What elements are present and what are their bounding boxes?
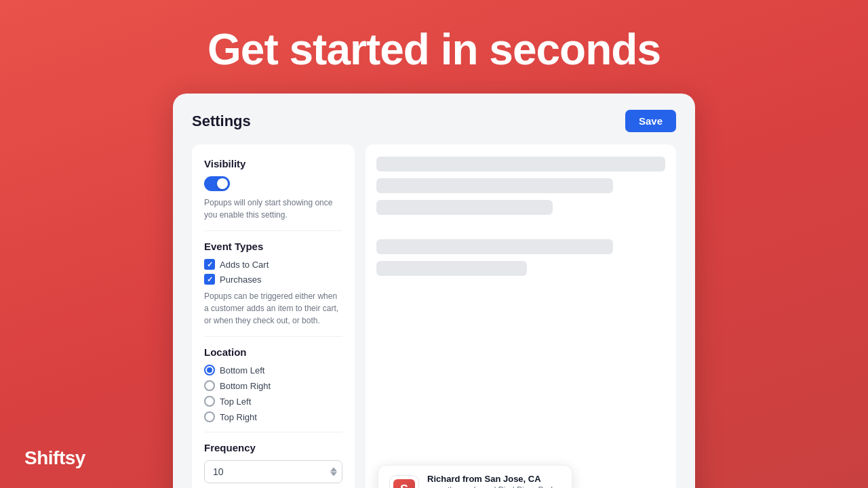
radio-bottom-left[interactable]: Bottom Left (204, 365, 342, 375)
top-left-label: Top Left (220, 396, 251, 407)
adds-to-cart-label: Adds to Cart (220, 260, 269, 270)
frequency-section: Frequency Shiftsy popups will show at mo… (204, 442, 342, 488)
radio-icon-bottom-left (204, 365, 215, 375)
settings-header: Settings Save (192, 110, 676, 132)
checkbox-icon-purchases (204, 274, 215, 285)
frequency-up-arrow[interactable] (330, 468, 337, 472)
radio-icon-bottom-right (204, 380, 215, 391)
event-types-section: Event Types Adds to Cart Purchases Popup… (204, 241, 342, 327)
event-types-description: Popups can be triggered either when a cu… (204, 290, 342, 327)
settings-card: Settings Save Visibility Popups will onl… (173, 94, 695, 488)
spacer-1 (376, 222, 665, 232)
skeleton-bar-4 (376, 239, 613, 254)
frequency-input[interactable] (204, 460, 342, 483)
purchases-label: Purchases (220, 274, 261, 285)
location-section: Location Bottom Left Bottom Right Top Le… (204, 346, 342, 422)
checkbox-icon-adds-to-cart (204, 259, 215, 270)
top-right-label: Top Right (220, 412, 257, 422)
popup-content: Richard from San Jose, CA recently purch… (427, 474, 561, 488)
bottom-left-label: Bottom Left (220, 365, 264, 375)
save-button[interactable]: Save (625, 110, 676, 132)
radio-top-left[interactable]: Top Left (204, 396, 342, 407)
skeleton-bar-1 (376, 157, 665, 171)
checkbox-adds-to-cart[interactable]: Adds to Cart (204, 259, 342, 270)
radio-icon-top-right (204, 411, 215, 422)
radio-bottom-right[interactable]: Bottom Right (204, 380, 342, 391)
popup-notification: S Richard from San Jose, CA recently pur… (378, 465, 572, 488)
visibility-section: Visibility Popups will only start showin… (204, 158, 342, 221)
divider-3 (204, 432, 342, 432)
bottom-right-label: Bottom Right (220, 381, 271, 391)
hero-title: Get started in seconds (208, 24, 660, 75)
radio-top-right[interactable]: Top Right (204, 411, 342, 422)
frequency-spinners (330, 468, 337, 476)
location-title: Location (204, 346, 342, 358)
popup-logo: S (389, 475, 419, 489)
right-panel: S Richard from San Jose, CA recently pur… (366, 144, 676, 488)
visibility-toggle[interactable] (204, 176, 230, 191)
frequency-down-arrow[interactable] (330, 472, 337, 476)
skeleton-bar-2 (376, 178, 613, 193)
divider-2 (204, 336, 342, 337)
skeleton-bar-5 (376, 261, 527, 276)
popup-logo-letter: S (393, 479, 415, 489)
skeleton-bar-3 (376, 200, 553, 215)
left-panel: Visibility Popups will only start showin… (192, 144, 355, 488)
popup-action-text: recently purchased Pied Piper Pro! (427, 485, 561, 488)
brand-logo: Shiftsy (24, 447, 85, 469)
frequency-input-wrap (204, 460, 342, 483)
skeleton-lines (376, 157, 665, 276)
popup-person-name: Richard from San Jose, CA (427, 474, 561, 484)
frequency-title: Frequency (204, 442, 342, 453)
settings-title: Settings (192, 113, 251, 130)
divider-1 (204, 230, 342, 231)
checkbox-purchases[interactable]: Purchases (204, 274, 342, 285)
visibility-title: Visibility (204, 158, 342, 169)
visibility-description: Popups will only start showing once you … (204, 197, 342, 221)
settings-body: Visibility Popups will only start showin… (192, 144, 676, 488)
radio-icon-top-left (204, 396, 215, 407)
event-types-title: Event Types (204, 241, 342, 252)
